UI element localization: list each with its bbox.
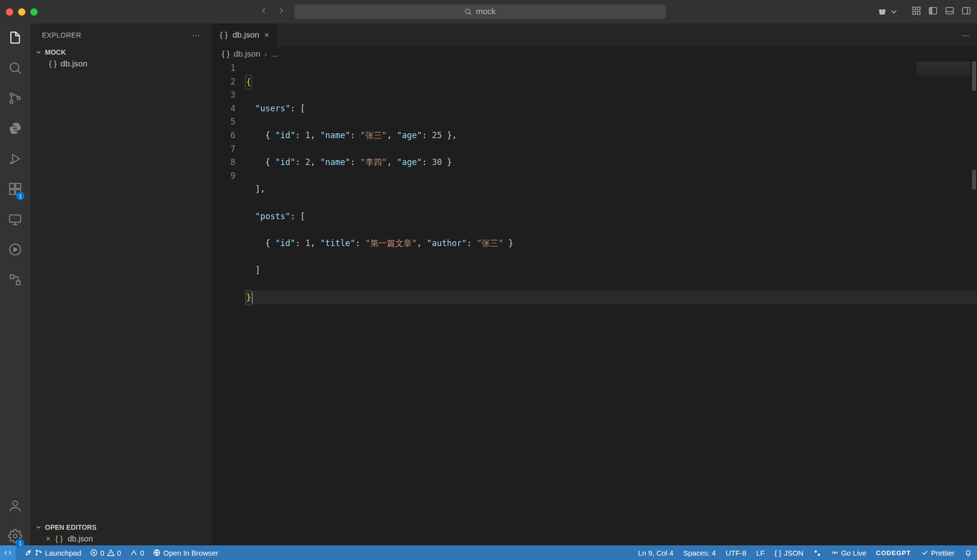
svg-point-40 xyxy=(834,552,835,554)
nav-arrows xyxy=(259,6,286,17)
window-controls xyxy=(6,8,38,16)
explorer-title: EXPLORER xyxy=(42,31,81,39)
activity-flow-icon[interactable] xyxy=(8,272,22,289)
activity-python-icon[interactable] xyxy=(8,121,22,138)
toggle-panel-icon[interactable] xyxy=(945,6,955,18)
svg-point-33 xyxy=(36,550,38,552)
svg-rect-20 xyxy=(10,184,15,188)
breadcrumb[interactable]: { } db.json › ... xyxy=(212,47,977,62)
status-bar: Launchpad 0 0 0 Open In Browser Ln 9, Co… xyxy=(0,545,977,560)
folder-name: MOCK xyxy=(45,48,66,56)
broadcast-icon xyxy=(831,549,839,557)
activity-live-icon[interactable] xyxy=(8,242,22,259)
overview-ruler xyxy=(972,170,976,189)
svg-point-34 xyxy=(36,554,38,556)
copilot-icon[interactable] xyxy=(877,7,899,17)
close-editor-icon[interactable]: × xyxy=(46,535,50,543)
error-icon xyxy=(90,549,98,557)
nav-forward-icon[interactable] xyxy=(277,6,286,17)
toggle-primary-sidebar-icon[interactable] xyxy=(928,6,938,18)
status-open-browser[interactable]: Open In Browser xyxy=(153,549,218,557)
status-language[interactable]: { } JSON xyxy=(774,549,803,557)
braces-icon: { } xyxy=(774,549,781,557)
file-tree-item[interactable]: { } db.json xyxy=(30,58,212,70)
explorer-header: EXPLORER ··· xyxy=(30,23,212,47)
json-file-icon: { } xyxy=(49,59,57,69)
status-go-live[interactable]: Go Live xyxy=(831,549,867,557)
svg-rect-38 xyxy=(814,551,816,553)
status-encoding[interactable]: UTF-8 xyxy=(725,549,746,557)
warning-icon xyxy=(107,549,115,557)
extensions-badge: 1 xyxy=(16,192,24,200)
editor-more-icon[interactable]: ··· xyxy=(962,30,969,41)
close-window-icon[interactable] xyxy=(6,8,13,16)
status-ports[interactable]: 0 xyxy=(130,549,144,557)
svg-rect-11 xyxy=(946,7,954,14)
settings-badge: 1 xyxy=(16,539,24,547)
chevron-right-icon: › xyxy=(264,49,267,59)
status-flow-icon[interactable] xyxy=(813,548,821,557)
command-center[interactable]: mock xyxy=(295,4,666,19)
folder-section[interactable]: MOCK xyxy=(30,47,212,58)
status-eol[interactable]: LF xyxy=(756,549,765,557)
explorer-more-icon[interactable]: ··· xyxy=(192,30,200,41)
minimize-window-icon[interactable] xyxy=(18,8,25,16)
close-tab-icon[interactable]: × xyxy=(264,30,269,40)
svg-rect-4 xyxy=(913,7,916,10)
svg-point-19 xyxy=(10,163,12,164)
status-codegpt[interactable]: CODEGPT xyxy=(876,549,911,557)
status-bell-icon[interactable] xyxy=(964,548,972,557)
maximize-window-icon[interactable] xyxy=(30,8,38,16)
tab-db-json[interactable]: { } db.json × xyxy=(212,23,277,47)
open-editor-item[interactable]: × { } db.json xyxy=(30,533,212,545)
branch-icon xyxy=(35,549,42,557)
status-problems[interactable]: 0 0 xyxy=(90,549,121,557)
explorer-sidebar: EXPLORER ··· MOCK { } db.json OPEN EDITO… xyxy=(30,23,212,545)
toggle-secondary-sidebar-icon[interactable] xyxy=(961,6,971,18)
editor-group: { } db.json × ··· { } db.json › ... 1 2 … xyxy=(212,23,977,545)
svg-rect-7 xyxy=(917,12,920,15)
code-editor[interactable]: 1 2 3 4 5 6 7 8 9 { "users": [ { "id": 1… xyxy=(212,62,977,545)
editor-tabs: { } db.json × ··· xyxy=(212,23,977,47)
svg-rect-27 xyxy=(17,281,21,285)
layout-grid-icon[interactable] xyxy=(912,6,921,18)
svg-rect-21 xyxy=(10,189,15,194)
search-text: mock xyxy=(476,7,496,17)
nav-back-icon[interactable] xyxy=(259,6,268,17)
activity-search-icon[interactable] xyxy=(8,61,22,77)
open-editors-section[interactable]: OPEN EDITORS xyxy=(30,522,212,533)
status-prettier[interactable]: Prettier xyxy=(921,549,955,557)
activity-settings-icon[interactable]: 1 xyxy=(8,529,22,545)
svg-rect-3 xyxy=(879,12,885,15)
breadcrumb-rest: ... xyxy=(271,49,278,59)
chevron-down-icon xyxy=(889,7,899,17)
svg-point-28 xyxy=(13,501,18,506)
breadcrumb-file: db.json xyxy=(234,49,260,59)
activity-remote-icon[interactable] xyxy=(8,212,22,228)
titlebar: mock xyxy=(0,0,977,23)
json-file-icon: { } xyxy=(220,30,228,40)
svg-point-0 xyxy=(466,9,470,14)
activity-run-debug-icon[interactable] xyxy=(8,151,22,168)
status-indentation[interactable]: Spaces: 4 xyxy=(683,549,716,557)
activity-source-control-icon[interactable] xyxy=(8,91,22,107)
activity-account-icon[interactable] xyxy=(8,498,22,515)
remote-icon xyxy=(4,549,12,557)
svg-rect-24 xyxy=(10,215,21,222)
svg-rect-10 xyxy=(930,7,932,14)
antenna-icon xyxy=(130,549,138,557)
svg-point-16 xyxy=(10,93,13,96)
status-cursor-position[interactable]: Ln 9, Col 4 xyxy=(638,549,674,557)
svg-point-1 xyxy=(879,9,882,13)
open-editors-label: OPEN EDITORS xyxy=(45,523,97,531)
activity-bar: 1 1 xyxy=(0,23,30,545)
status-launchpad[interactable]: Launchpad xyxy=(24,549,81,557)
activity-explorer-icon[interactable] xyxy=(8,30,22,47)
svg-point-2 xyxy=(882,9,886,13)
minimap[interactable] xyxy=(916,62,970,76)
activity-extensions-icon[interactable]: 1 xyxy=(8,182,22,198)
svg-rect-13 xyxy=(963,7,970,14)
code-lines: { "users": [ { "id": 1, "name": "张三", "a… xyxy=(245,62,977,545)
remote-indicator[interactable] xyxy=(0,545,16,560)
file-name: db.json xyxy=(61,59,87,69)
